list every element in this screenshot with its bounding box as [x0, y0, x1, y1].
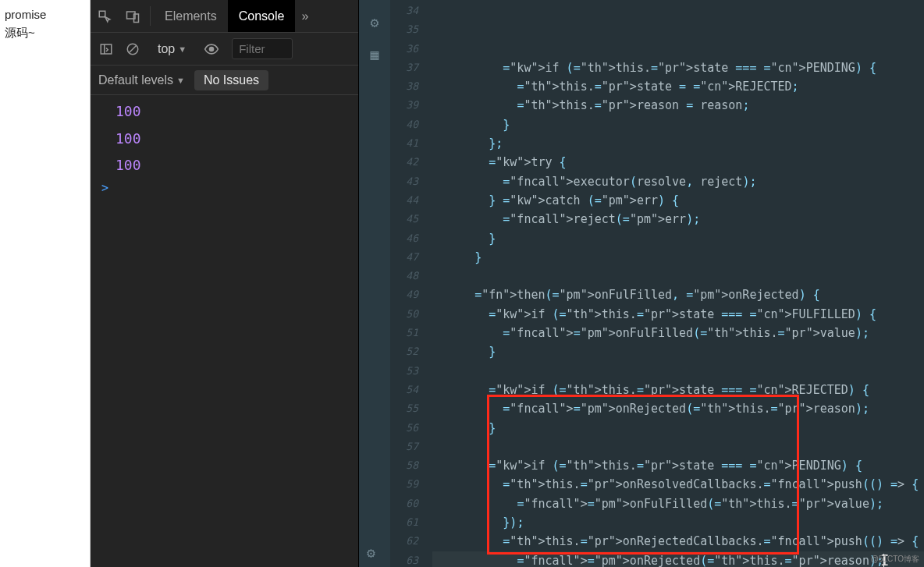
code-area[interactable]: ="kw">if (="th">this.="pr">state === ="c… — [432, 0, 924, 567]
log-row: 100 — [91, 126, 358, 153]
line-number: 42 — [390, 153, 432, 172]
code-line[interactable]: ="kw">if (="th">this.="pr">state === ="c… — [432, 381, 924, 399]
log-row: 100 — [91, 152, 358, 179]
line-number: 45 — [390, 210, 432, 229]
line-number: 48 — [390, 267, 432, 285]
inspect-icon[interactable] — [91, 9, 119, 23]
code-line[interactable]: } — [432, 248, 924, 267]
tab-elements[interactable]: Elements — [154, 0, 228, 32]
console-log[interactable]: 100 100 100 > — [91, 95, 358, 567]
line-number: 47 — [390, 248, 432, 267]
code-editor[interactable]: ⚙ ▦ 343536373839404142434445464748495051… — [359, 0, 924, 567]
filter-input[interactable] — [232, 38, 293, 59]
page-subtitle: 源码~ — [5, 24, 85, 42]
code-line[interactable]: } — [432, 115, 924, 134]
line-number: 56 — [390, 419, 432, 438]
line-number: 55 — [390, 399, 432, 418]
settings-gear-icon[interactable]: ⚙ — [367, 544, 375, 561]
debug-icon[interactable]: ⚙ — [371, 14, 379, 30]
line-number: 46 — [390, 229, 432, 248]
context-label: top — [158, 42, 175, 56]
svg-rect-3 — [101, 44, 112, 54]
live-expression-icon[interactable] — [201, 41, 222, 57]
clear-console-icon[interactable] — [122, 42, 144, 56]
code-line[interactable] — [432, 267, 924, 285]
code-line[interactable]: ="kw">try { — [432, 153, 924, 172]
line-number: 39 — [390, 96, 432, 115]
line-number: 49 — [390, 285, 432, 304]
console-sidebar-toggle-icon[interactable] — [95, 42, 117, 56]
line-number: 59 — [390, 475, 432, 494]
code-line[interactable]: ="th">this.="pr">state = ="cn">REJECTED; — [432, 77, 924, 96]
log-value: 100 — [116, 157, 141, 173]
line-number: 51 — [390, 324, 432, 342]
code-line[interactable]: ="fncall">="pm">onFulFilled(="th">this.=… — [432, 324, 924, 342]
code-line[interactable]: ="fncall">executor(resolve, reject); — [432, 172, 924, 191]
line-number: 57 — [390, 438, 432, 456]
code-line[interactable]: }); — [432, 513, 924, 532]
line-number: 41 — [390, 134, 432, 153]
svg-line-6 — [130, 45, 137, 52]
extensions-icon[interactable]: ▦ — [371, 46, 379, 62]
code-line[interactable]: } — [432, 419, 924, 438]
log-value: 100 — [116, 130, 141, 147]
code-line[interactable]: }; — [432, 134, 924, 153]
code-line[interactable] — [432, 438, 924, 456]
devtools-tabbar: Elements Console » — [91, 0, 358, 33]
line-number: 62 — [390, 532, 432, 551]
code-line[interactable]: ="kw">if (="th">this.="pr">state === ="c… — [432, 305, 924, 324]
issues-button[interactable]: No Issues — [194, 70, 268, 90]
line-number: 54 — [390, 381, 432, 399]
chevron-down-icon: ▼ — [176, 76, 185, 85]
log-levels-selector[interactable]: Default levels▼ — [98, 73, 185, 87]
code-line[interactable]: ="fncall">="pm">onRejected(="th">this.="… — [432, 551, 924, 567]
watermark: @51CTO博客 — [871, 554, 919, 565]
chevron-down-icon: ▼ — [178, 44, 187, 54]
line-number: 61 — [390, 513, 432, 532]
line-gutter: 3435363738394041424344454647484950515253… — [390, 0, 432, 567]
code-line[interactable]: } — [432, 229, 924, 248]
line-number: 50 — [390, 305, 432, 324]
context-selector[interactable]: top▼ — [153, 42, 191, 56]
line-number: 52 — [390, 342, 432, 361]
line-number: 40 — [390, 115, 432, 134]
code-line[interactable] — [432, 362, 924, 381]
levels-label: Default levels — [98, 73, 173, 87]
tab-console[interactable]: Console — [228, 0, 296, 32]
line-number: 44 — [390, 191, 432, 210]
console-subbar: Default levels▼ No Issues — [91, 66, 358, 95]
code-line[interactable]: } ="kw">catch (="pm">err) { — [432, 191, 924, 210]
line-number: 58 — [390, 456, 432, 475]
code-line[interactable]: } — [432, 342, 924, 361]
code-line[interactable]: ="fncall">="pm">onFulFilled(="th">this.=… — [432, 494, 924, 513]
page-title: promise — [5, 6, 85, 24]
line-number: 37 — [390, 58, 432, 77]
code-line[interactable]: ="th">this.="pr">reason = reason; — [432, 96, 924, 115]
code-line[interactable]: ="th">this.="pr">onRejectedCallbacks.="f… — [432, 532, 924, 551]
line-number: 34 — [390, 2, 432, 20]
tabs-overflow-icon[interactable]: » — [295, 9, 315, 23]
code-line[interactable]: ="kw">if (="th">this.="pr">state === ="c… — [432, 456, 924, 475]
editor-activity-bar: ⚙ ▦ — [359, 0, 390, 567]
line-number: 38 — [390, 77, 432, 96]
console-prompt[interactable]: > — [91, 179, 358, 197]
code-line[interactable]: ="fncall">reject(="pm">err); — [432, 210, 924, 229]
console-toolbar: top▼ — [91, 33, 358, 66]
line-number: 43 — [390, 172, 432, 191]
line-number: 35 — [390, 20, 432, 39]
log-value: 100 — [116, 103, 141, 119]
code-line[interactable]: ="fn">then(="pm">onFulFilled, ="pm">onRe… — [432, 285, 924, 304]
log-row: 100 — [91, 98, 358, 126]
line-number: 36 — [390, 40, 432, 58]
code-line[interactable]: ="fncall">="pm">onRejected(="th">this.="… — [432, 399, 924, 418]
device-toggle-icon[interactable] — [119, 9, 147, 23]
line-number: 53 — [390, 362, 432, 381]
svg-point-7 — [209, 46, 215, 51]
code-line[interactable]: ="kw">if (="th">this.="pr">state === ="c… — [432, 58, 924, 77]
line-number: 63 — [390, 551, 432, 567]
line-number: 60 — [390, 494, 432, 513]
code-line[interactable]: ="th">this.="pr">onResolvedCallbacks.="f… — [432, 475, 924, 494]
devtools-panel: Elements Console » top▼ Default levels▼ … — [91, 0, 359, 567]
browser-viewport: promise 源码~ — [0, 0, 91, 567]
